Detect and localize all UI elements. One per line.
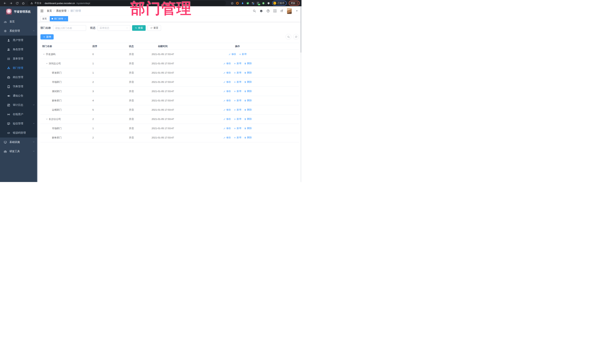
extension-drop-icon[interactable]: [241, 2, 244, 5]
add-link[interactable]: 新增: [234, 80, 241, 84]
delete-link[interactable]: 删除: [244, 118, 252, 121]
expand-caret-icon[interactable]: [46, 62, 48, 65]
browser-update-button[interactable]: 更新: [289, 1, 300, 6]
add-link[interactable]: 新增: [234, 108, 241, 111]
expand-caret-icon[interactable]: [43, 53, 45, 55]
delete-icon: [244, 127, 246, 130]
breadcrumb-home[interactable]: 首页: [47, 9, 52, 13]
sidebar-item-user[interactable]: 用户管理: [0, 36, 38, 45]
add-link[interactable]: 新增: [234, 136, 241, 139]
delete-link[interactable]: 删除: [244, 99, 252, 102]
extension-green-check-icon[interactable]: [246, 2, 249, 5]
sidebar-item-errcode[interactable]: 错误码管理: [0, 128, 38, 138]
tab-home[interactable]: 首页: [40, 16, 49, 21]
reload-button[interactable]: [16, 2, 19, 5]
add-link[interactable]: 新增: [234, 71, 241, 74]
table-row: 财务部门4开启2021-01-05 17:03:47修改新增删除: [40, 96, 299, 105]
add-link[interactable]: 新增: [234, 118, 241, 121]
sidebar-item-dept[interactable]: 部门管理: [0, 63, 38, 73]
sidebar-item-menu[interactable]: 菜单管理: [0, 54, 38, 63]
sidebar-item-sms[interactable]: 短信管理: [0, 119, 38, 128]
modify-link[interactable]: 修改: [223, 62, 231, 65]
delete-link[interactable]: 删除: [244, 108, 252, 111]
close-icon[interactable]: [64, 18, 66, 20]
back-button[interactable]: [3, 2, 7, 5]
delete-link-label: 删除: [247, 127, 252, 130]
dept-name-cell: 财务部门: [40, 99, 91, 102]
modify-link[interactable]: 修改: [223, 127, 231, 130]
address-bar[interactable]: 不安全 dashboard.yudao.iocoder.cn/system/de…: [28, 1, 226, 6]
modify-link[interactable]: 修改: [223, 118, 231, 121]
profile-paused-pill[interactable]: 已暂停: [272, 1, 287, 6]
github-icon[interactable]: [260, 9, 263, 13]
reset-button[interactable]: 重置: [148, 25, 161, 31]
table-header-row: 部门名称排序状态创建时间操作: [40, 43, 299, 50]
error-code-icon: [7, 132, 10, 134]
delete-link[interactable]: 删除: [244, 71, 252, 74]
extension-grid-icon[interactable]: [251, 2, 255, 5]
tab-label: 首页: [42, 17, 47, 20]
delete-link[interactable]: 删除: [244, 136, 252, 139]
add-button[interactable]: 新增: [40, 34, 54, 39]
dept-name-input[interactable]: [53, 25, 86, 31]
tab-dept[interactable]: 部门管理: [50, 16, 68, 21]
status-select[interactable]: 菜单状态: [98, 25, 130, 31]
sidebar-item-dict[interactable]: 字典管理: [0, 82, 38, 91]
avatar[interactable]: [287, 8, 292, 14]
add-link-label: 新增: [237, 62, 241, 65]
sidebar-item-label: 角色管理: [13, 48, 35, 51]
toggle-search-button[interactable]: [286, 34, 291, 40]
sidebar-item-notice[interactable]: 通知公告: [0, 91, 38, 100]
sidebar-item-home[interactable]: 首页: [0, 17, 38, 26]
fullscreen-icon[interactable]: [273, 9, 277, 13]
modify-link[interactable]: 修改: [223, 90, 231, 93]
search-icon[interactable]: [253, 9, 256, 13]
dictionary-icon: [7, 85, 10, 88]
add-link[interactable]: 新增: [234, 99, 241, 102]
add-link[interactable]: 新增: [234, 62, 241, 65]
modify-link[interactable]: 修改: [229, 53, 236, 56]
extension-on-badge-icon[interactable]: on: [257, 2, 260, 5]
modify-link[interactable]: 修改: [223, 71, 231, 74]
status-cell: 开启: [127, 118, 150, 121]
scrollbar-thumb[interactable]: [301, 6, 301, 53]
window-scrollbar[interactable]: [300, 6, 302, 182]
add-link[interactable]: 新增: [234, 127, 241, 130]
add-link[interactable]: 新增: [239, 53, 247, 56]
sidebar-item-post[interactable]: 岗位管理: [0, 73, 38, 82]
delete-link[interactable]: 删除: [244, 62, 252, 65]
expand-caret-icon[interactable]: [46, 118, 48, 120]
modify-link[interactable]: 修改: [223, 108, 231, 111]
sort-cell: 1: [91, 127, 127, 130]
sidebar-toggle-icon[interactable]: [40, 9, 44, 13]
modify-link[interactable]: 修改: [223, 80, 231, 84]
search-button[interactable]: 搜索: [132, 25, 146, 31]
page-content: 部门名称 状态 菜单状态 搜索 重置 新增: [38, 22, 302, 142]
refresh-table-button[interactable]: [293, 34, 299, 40]
help-icon[interactable]: [267, 9, 270, 13]
extension-green-icon[interactable]: [262, 2, 265, 5]
extensions-puzzle-icon[interactable]: [267, 2, 270, 5]
delete-link[interactable]: 删除: [244, 80, 252, 84]
add-link[interactable]: 新增: [234, 90, 241, 93]
modify-link[interactable]: 修改: [223, 99, 231, 102]
modify-link[interactable]: 修改: [223, 136, 231, 139]
breadcrumb-system[interactable]: 系统管理: [56, 9, 66, 13]
extension-orange-icon[interactable]: [236, 2, 239, 5]
home-button[interactable]: [22, 2, 25, 5]
chevron-down-icon[interactable]: [295, 9, 299, 13]
delete-icon: [244, 62, 246, 65]
sidebar-item-role[interactable]: 角色管理: [0, 45, 38, 54]
delete-link[interactable]: 删除: [244, 90, 252, 93]
edit-icon: [223, 62, 226, 65]
sidebar-item-system[interactable]: 系统管理: [0, 26, 38, 36]
delete-link[interactable]: 删除: [244, 127, 252, 130]
sidebar-item-online[interactable]: 在线用户: [0, 110, 38, 119]
sidebar-item-devtools[interactable]: 研发工具: [0, 147, 38, 156]
font-size-icon[interactable]: [280, 9, 283, 13]
brand[interactable]: 芋道管理系统: [0, 6, 38, 17]
sidebar-item-audit[interactable]: 审计日志: [0, 100, 38, 110]
forward-button[interactable]: [10, 2, 13, 5]
bookmark-star-icon[interactable]: [231, 2, 234, 5]
sidebar-item-infra[interactable]: 基础设施: [0, 138, 38, 147]
